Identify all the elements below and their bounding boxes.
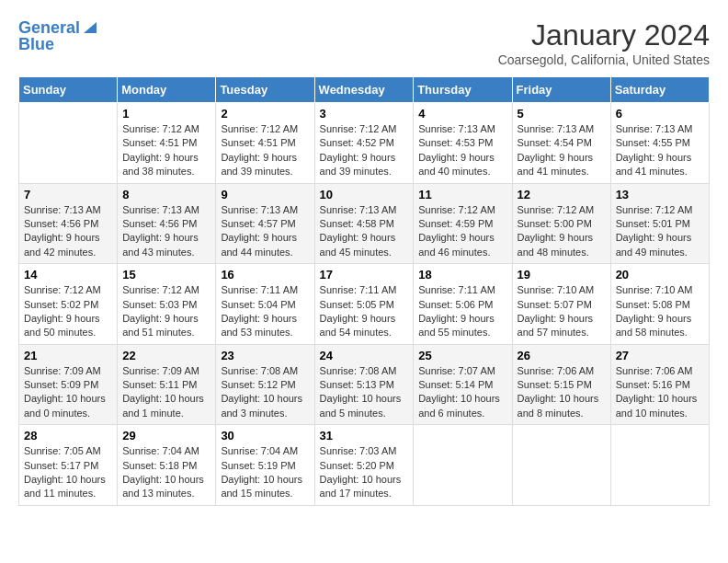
day-number: 16 (221, 268, 309, 282)
day-number: 23 (221, 349, 309, 362)
calendar-cell: 25Sunrise: 7:07 AMSunset: 5:14 PMDayligh… (414, 344, 512, 425)
day-number: 13 (616, 188, 704, 201)
calendar-title: January 2024 (498, 18, 710, 52)
day-info: Sunrise: 7:13 AMSunset: 4:54 PMDaylight:… (518, 122, 606, 179)
day-number: 31 (320, 429, 409, 442)
day-number: 18 (418, 268, 506, 282)
day-number: 3 (320, 107, 409, 121)
week-row-1: 1Sunrise: 7:12 AMSunset: 4:51 PMDaylight… (19, 103, 710, 184)
day-number: 14 (24, 268, 112, 282)
day-header-tuesday: Tuesday (216, 77, 314, 103)
day-info: Sunrise: 7:12 AMSunset: 5:01 PMDaylight:… (616, 203, 704, 260)
calendar-cell: 26Sunrise: 7:06 AMSunset: 5:15 PMDayligh… (512, 344, 610, 425)
day-info: Sunrise: 7:04 AMSunset: 5:18 PMDaylight:… (122, 444, 210, 501)
logo: General Blue (18, 18, 98, 54)
calendar-cell: 2Sunrise: 7:12 AMSunset: 4:51 PMDaylight… (216, 103, 314, 184)
day-info: Sunrise: 7:11 AMSunset: 5:04 PMDaylight:… (221, 283, 309, 340)
day-number: 10 (320, 188, 409, 201)
day-number: 29 (122, 429, 210, 442)
day-info: Sunrise: 7:04 AMSunset: 5:19 PMDaylight:… (221, 444, 309, 501)
day-info: Sunrise: 7:09 AMSunset: 5:11 PMDaylight:… (122, 364, 210, 421)
logo-icon (82, 18, 98, 35)
calendar-cell: 18Sunrise: 7:11 AMSunset: 5:06 PMDayligh… (414, 264, 512, 345)
day-info: Sunrise: 7:03 AMSunset: 5:20 PMDaylight:… (320, 444, 409, 501)
day-number: 2 (221, 107, 309, 121)
svg-marker-0 (84, 22, 97, 33)
calendar-cell: 7Sunrise: 7:13 AMSunset: 4:56 PMDaylight… (19, 183, 118, 264)
day-info: Sunrise: 7:11 AMSunset: 5:05 PMDaylight:… (320, 283, 409, 340)
day-number: 19 (518, 268, 606, 282)
day-info: Sunrise: 7:12 AMSunset: 5:02 PMDaylight:… (24, 283, 112, 340)
day-header-monday: Monday (118, 77, 216, 103)
calendar-cell: 31Sunrise: 7:03 AMSunset: 5:20 PMDayligh… (314, 425, 414, 506)
day-number: 9 (221, 188, 309, 201)
day-info: Sunrise: 7:06 AMSunset: 5:16 PMDaylight:… (616, 364, 704, 421)
calendar-cell: 30Sunrise: 7:04 AMSunset: 5:19 PMDayligh… (216, 425, 314, 506)
calendar-cell: 17Sunrise: 7:11 AMSunset: 5:05 PMDayligh… (314, 264, 414, 345)
calendar-cell (610, 425, 709, 506)
calendar-cell: 10Sunrise: 7:13 AMSunset: 4:58 PMDayligh… (314, 183, 414, 264)
day-info: Sunrise: 7:10 AMSunset: 5:08 PMDaylight:… (616, 283, 704, 340)
day-info: Sunrise: 7:08 AMSunset: 5:13 PMDaylight:… (320, 364, 409, 421)
calendar-cell: 20Sunrise: 7:10 AMSunset: 5:08 PMDayligh… (610, 264, 709, 345)
calendar-cell: 13Sunrise: 7:12 AMSunset: 5:01 PMDayligh… (610, 183, 709, 264)
day-info: Sunrise: 7:13 AMSunset: 4:56 PMDaylight:… (24, 203, 112, 260)
calendar-cell: 27Sunrise: 7:06 AMSunset: 5:16 PMDayligh… (610, 344, 709, 425)
day-number: 1 (122, 107, 210, 121)
calendar-cell: 16Sunrise: 7:11 AMSunset: 5:04 PMDayligh… (216, 264, 314, 345)
calendar-cell: 14Sunrise: 7:12 AMSunset: 5:02 PMDayligh… (19, 264, 118, 345)
day-info: Sunrise: 7:13 AMSunset: 4:56 PMDaylight:… (122, 203, 210, 260)
calendar-cell: 5Sunrise: 7:13 AMSunset: 4:54 PMDaylight… (512, 103, 610, 184)
calendar-cell: 9Sunrise: 7:13 AMSunset: 4:57 PMDaylight… (216, 183, 314, 264)
day-info: Sunrise: 7:13 AMSunset: 4:57 PMDaylight:… (221, 203, 309, 260)
day-header-sunday: Sunday (19, 77, 118, 103)
week-row-5: 28Sunrise: 7:05 AMSunset: 5:17 PMDayligh… (19, 425, 710, 506)
week-row-4: 21Sunrise: 7:09 AMSunset: 5:09 PMDayligh… (19, 344, 710, 425)
day-number: 26 (518, 349, 606, 362)
day-info: Sunrise: 7:12 AMSunset: 5:00 PMDaylight:… (518, 203, 606, 260)
day-number: 15 (122, 268, 210, 282)
day-info: Sunrise: 7:12 AMSunset: 4:51 PMDaylight:… (122, 122, 210, 179)
day-number: 6 (616, 107, 704, 121)
day-number: 27 (616, 349, 704, 362)
calendar-cell: 21Sunrise: 7:09 AMSunset: 5:09 PMDayligh… (19, 344, 118, 425)
calendar-cell: 1Sunrise: 7:12 AMSunset: 4:51 PMDaylight… (118, 103, 216, 184)
header: General Blue January 2024 Coarsegold, Ca… (18, 18, 710, 67)
day-header-wednesday: Wednesday (314, 77, 414, 103)
calendar-cell: 3Sunrise: 7:12 AMSunset: 4:52 PMDaylight… (314, 103, 414, 184)
calendar-cell: 8Sunrise: 7:13 AMSunset: 4:56 PMDaylight… (118, 183, 216, 264)
calendar-cell (414, 425, 512, 506)
day-info: Sunrise: 7:05 AMSunset: 5:17 PMDaylight:… (24, 444, 112, 501)
day-info: Sunrise: 7:13 AMSunset: 4:58 PMDaylight:… (320, 203, 409, 260)
day-header-thursday: Thursday (414, 77, 512, 103)
calendar-table: SundayMondayTuesdayWednesdayThursdayFrid… (18, 76, 710, 506)
day-number: 7 (24, 188, 112, 201)
day-info: Sunrise: 7:12 AMSunset: 4:52 PMDaylight:… (320, 122, 409, 179)
day-number: 12 (518, 188, 606, 201)
day-number: 22 (122, 349, 210, 362)
week-row-2: 7Sunrise: 7:13 AMSunset: 4:56 PMDaylight… (19, 183, 710, 264)
day-info: Sunrise: 7:06 AMSunset: 5:15 PMDaylight:… (518, 364, 606, 421)
day-number: 4 (418, 107, 506, 121)
calendar-cell: 4Sunrise: 7:13 AMSunset: 4:53 PMDaylight… (414, 103, 512, 184)
calendar-cell: 15Sunrise: 7:12 AMSunset: 5:03 PMDayligh… (118, 264, 216, 345)
calendar-cell: 29Sunrise: 7:04 AMSunset: 5:18 PMDayligh… (118, 425, 216, 506)
day-header-row: SundayMondayTuesdayWednesdayThursdayFrid… (19, 77, 710, 103)
calendar-cell: 24Sunrise: 7:08 AMSunset: 5:13 PMDayligh… (314, 344, 414, 425)
day-number: 5 (518, 107, 606, 121)
day-info: Sunrise: 7:12 AMSunset: 4:51 PMDaylight:… (221, 122, 309, 179)
day-info: Sunrise: 7:12 AMSunset: 4:59 PMDaylight:… (418, 203, 506, 260)
day-info: Sunrise: 7:10 AMSunset: 5:07 PMDaylight:… (518, 283, 606, 340)
calendar-cell: 28Sunrise: 7:05 AMSunset: 5:17 PMDayligh… (19, 425, 118, 506)
day-info: Sunrise: 7:13 AMSunset: 4:55 PMDaylight:… (616, 122, 704, 179)
week-row-3: 14Sunrise: 7:12 AMSunset: 5:02 PMDayligh… (19, 264, 710, 345)
calendar-cell: 11Sunrise: 7:12 AMSunset: 4:59 PMDayligh… (414, 183, 512, 264)
day-info: Sunrise: 7:13 AMSunset: 4:53 PMDaylight:… (418, 122, 506, 179)
day-number: 24 (320, 349, 409, 362)
day-header-saturday: Saturday (610, 77, 709, 103)
day-number: 28 (24, 429, 112, 442)
calendar-subtitle: Coarsegold, California, United States (498, 52, 710, 67)
day-info: Sunrise: 7:09 AMSunset: 5:09 PMDaylight:… (24, 364, 112, 421)
day-number: 8 (122, 188, 210, 201)
day-number: 25 (418, 349, 506, 362)
